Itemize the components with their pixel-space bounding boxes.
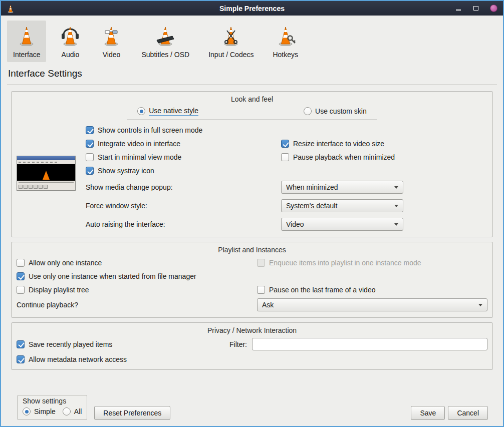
chevron-down-icon bbox=[478, 304, 482, 306]
group-title: Look and feel bbox=[17, 94, 487, 107]
maximize-icon bbox=[473, 6, 478, 11]
checkbox-allow-one-instance[interactable]: Allow only one instance bbox=[17, 259, 257, 267]
radio-dot bbox=[63, 407, 71, 415]
look-and-feel-group: Look and feel Use native style Use custo… bbox=[11, 91, 493, 237]
force-window-style-dropdown[interactable]: System's default bbox=[281, 199, 403, 212]
page-title: Interface Settings bbox=[7, 66, 497, 85]
checkbox-box bbox=[281, 153, 289, 161]
checkbox-box bbox=[86, 126, 94, 134]
tab-interface[interactable]: Interface bbox=[7, 21, 46, 62]
checkbox-box bbox=[17, 259, 25, 267]
checkbox-allow-metadata-access[interactable]: Allow metadata network access bbox=[17, 355, 487, 363]
checkbox-show-systray-icon[interactable]: Show systray icon bbox=[86, 167, 154, 175]
interface-cone-icon bbox=[16, 25, 38, 48]
titlebar: Simple Preferences bbox=[1, 1, 503, 16]
checkbox-display-playlist-tree[interactable]: Display playlist tree bbox=[17, 286, 257, 294]
tab-subtitles-osd[interactable]: Subtitles / OSD bbox=[135, 21, 195, 62]
radio-use-native-style[interactable]: Use native style bbox=[137, 107, 198, 116]
preview-menubar bbox=[17, 160, 75, 164]
privacy-network-group: Privacy / Network Interaction Save recen… bbox=[11, 322, 493, 370]
dropdown-value: Ask bbox=[262, 301, 274, 309]
media-change-popup-dropdown[interactable]: When minimized bbox=[281, 181, 403, 194]
auto-raising-label: Auto raising the interface: bbox=[86, 220, 281, 228]
reset-preferences-button[interactable]: Reset Preferences bbox=[94, 406, 170, 420]
dropdown-value: Video bbox=[286, 220, 304, 228]
continue-playback-dropdown[interactable]: Ask bbox=[257, 298, 487, 311]
checkbox-enqueue-items-disabled: Enqueue items into playlist in one insta… bbox=[257, 259, 487, 267]
radio-label: Use custom skin bbox=[315, 107, 367, 115]
show-settings-title: Show settings bbox=[23, 397, 82, 407]
radio-dot bbox=[137, 107, 145, 115]
checkbox-integrate-video[interactable]: Integrate video in interface bbox=[86, 140, 180, 148]
radio-settings-all[interactable]: All bbox=[63, 407, 82, 415]
look-and-feel-checkboxes: Show controls in full screen mode Integr… bbox=[86, 125, 487, 176]
radio-label: All bbox=[74, 407, 82, 415]
radio-dot bbox=[23, 407, 31, 415]
input-codecs-icon bbox=[220, 25, 242, 48]
tab-label: Video bbox=[103, 51, 121, 59]
radio-use-custom-skin[interactable]: Use custom skin bbox=[304, 107, 367, 115]
vlc-interface-preview-image bbox=[17, 156, 76, 191]
video-cone-icon bbox=[100, 25, 122, 48]
subtitles-osd-icon bbox=[154, 25, 176, 48]
checkbox-box bbox=[17, 355, 25, 363]
close-button[interactable] bbox=[489, 4, 498, 13]
force-window-style-label: Force window style: bbox=[86, 202, 281, 210]
category-toolbar: Interface Audio Video Subtitles / OSD In… bbox=[1, 16, 503, 63]
window-controls bbox=[454, 4, 498, 13]
tab-label: Interface bbox=[13, 51, 40, 59]
checkbox-save-recent-items[interactable]: Save recently played items bbox=[17, 340, 229, 348]
checkbox-box bbox=[86, 140, 94, 148]
vlc-app-icon bbox=[6, 4, 15, 13]
tab-audio[interactable]: Audio bbox=[53, 21, 87, 62]
minimize-icon bbox=[456, 10, 461, 11]
cancel-button[interactable]: Cancel bbox=[448, 406, 488, 420]
audio-headphones-icon bbox=[59, 25, 81, 48]
close-icon bbox=[490, 5, 497, 12]
tab-video[interactable]: Video bbox=[94, 21, 128, 62]
radio-dot bbox=[304, 107, 312, 115]
tab-hotkeys[interactable]: Hotkeys bbox=[267, 21, 304, 62]
checkbox-box bbox=[86, 167, 94, 175]
playlist-instances-group: Playlist and Instances Allow only one in… bbox=[11, 242, 493, 318]
checkbox-box bbox=[86, 153, 94, 161]
checkbox-show-controls-fullscreen[interactable]: Show controls in full screen mode bbox=[86, 126, 202, 134]
look-and-feel-dropdowns: Show media change popup: When minimized … bbox=[86, 181, 487, 231]
maximize-button[interactable] bbox=[471, 4, 480, 13]
dropdown-value: System's default bbox=[286, 202, 337, 210]
checkbox-resize-interface[interactable]: Resize interface to video size bbox=[281, 140, 384, 148]
checkbox-one-instance-file-manager[interactable]: Use only one instance when started from … bbox=[17, 272, 257, 280]
preview-video-area bbox=[17, 164, 75, 181]
save-button[interactable]: Save bbox=[411, 406, 445, 420]
checkbox-box bbox=[257, 259, 265, 267]
checkbox-box bbox=[17, 272, 25, 280]
auto-raising-dropdown[interactable]: Video bbox=[281, 218, 403, 231]
preferences-window: Simple Preferences Interface Audio Video bbox=[0, 0, 504, 427]
group-title: Privacy / Network Interaction bbox=[17, 325, 487, 338]
tab-label: Subtitles / OSD bbox=[141, 51, 189, 59]
chevron-down-icon bbox=[394, 186, 398, 189]
radio-label: Use native style bbox=[149, 107, 198, 116]
checkbox-box bbox=[281, 140, 289, 148]
radio-settings-simple[interactable]: Simple bbox=[23, 407, 56, 415]
checkbox-pause-last-frame[interactable]: Pause on the last frame of a video bbox=[257, 286, 487, 294]
checkbox-box bbox=[257, 286, 265, 294]
checkbox-pause-when-minimized[interactable]: Pause playback when minimized bbox=[281, 153, 395, 161]
show-settings-group: Show settings Simple All bbox=[17, 395, 87, 420]
filter-input[interactable] bbox=[252, 338, 487, 350]
checkbox-box bbox=[17, 286, 25, 294]
continue-playback-label: Continue playback? bbox=[17, 301, 257, 309]
checkbox-box bbox=[17, 340, 25, 348]
radio-label: Simple bbox=[34, 407, 56, 415]
media-change-popup-label: Show media change popup: bbox=[86, 183, 281, 191]
window-title: Simple Preferences bbox=[1, 5, 503, 13]
checkbox-start-minimal-view[interactable]: Start in minimal view mode bbox=[86, 153, 181, 161]
tab-label: Audio bbox=[62, 51, 80, 59]
filter-label: Filter: bbox=[229, 340, 247, 348]
footer: Show settings Simple All Reset Preferenc… bbox=[11, 395, 493, 426]
chevron-down-icon bbox=[394, 205, 398, 207]
minimize-button[interactable] bbox=[454, 4, 463, 13]
tab-input-codecs[interactable]: Input / Codecs bbox=[202, 21, 260, 62]
preview-titlebar bbox=[17, 156, 75, 160]
dropdown-value: When minimized bbox=[286, 183, 338, 191]
